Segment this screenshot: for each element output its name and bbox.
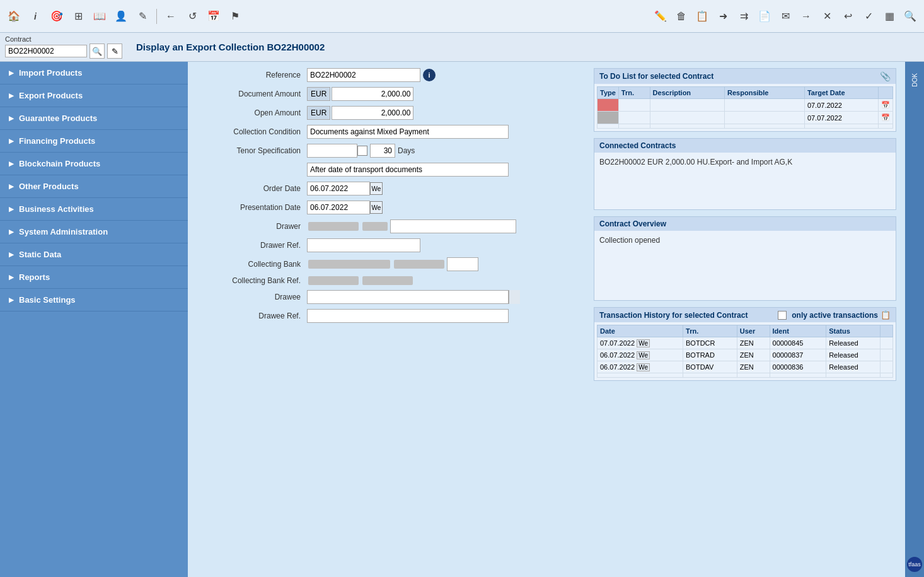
info-button[interactable]: i — [423, 69, 436, 81]
target-icon[interactable]: 🎯 — [48, 8, 66, 25]
sidebar-label-export-products: Export Products — [19, 91, 83, 100]
pencil-icon[interactable]: ✏️ — [652, 8, 669, 25]
contract-search-button[interactable]: 🔍 — [90, 44, 105, 59]
collecting-bank-ref-blurred — [308, 276, 359, 285]
dok-label[interactable]: DOK — [911, 73, 918, 87]
history-row3-user: ZEN — [737, 361, 770, 373]
copy-icon[interactable]: 📋 — [693, 8, 711, 25]
contract-overview-title: Contract Overview — [599, 219, 666, 228]
info-icon[interactable]: i — [26, 8, 44, 25]
sidebar-item-other-products[interactable]: ▶ Other Products — [0, 175, 188, 198]
arrow-right-icon[interactable]: → — [797, 8, 815, 25]
collection-condition-row: Collection Condition — [197, 125, 587, 139]
only-active-checkbox[interactable] — [778, 311, 787, 320]
drawer-row: Drawer — [197, 219, 587, 233]
toolbar-sep-1 — [156, 9, 157, 24]
search-icon[interactable]: 🔍 — [901, 8, 919, 25]
order-date-input[interactable] — [307, 182, 370, 195]
contract-overview-empty-space — [597, 247, 893, 298]
open-amount-label: Open Amount — [197, 108, 307, 117]
reference-input[interactable] — [307, 68, 420, 82]
drawee-expand-button[interactable] — [509, 290, 520, 304]
contract-edit-button[interactable]: ✎ — [107, 44, 122, 59]
merge-icon[interactable]: ⇉ — [735, 8, 753, 25]
drawee-input[interactable] — [307, 290, 509, 304]
drawer-label: Drawer — [197, 222, 307, 231]
sidebar-item-blockchain-products[interactable]: ▶ Blockchain Products — [0, 153, 188, 175]
contract-label: Contract — [5, 35, 122, 43]
drawer-value-blurred — [308, 222, 359, 231]
edit-icon[interactable]: ✎ — [134, 8, 151, 25]
book-icon[interactable]: 📖 — [91, 8, 108, 25]
undo-icon[interactable]: ↩ — [839, 8, 857, 25]
drawer-ref-input[interactable] — [307, 238, 420, 252]
home-icon[interactable]: 🏠 — [5, 8, 23, 25]
sidebar-item-export-products[interactable]: ▶ Export Products — [0, 85, 188, 107]
collecting-bank-label: Collecting Bank — [197, 260, 307, 269]
tenor-checkbox[interactable] — [357, 146, 367, 156]
todo-col-action — [879, 87, 893, 99]
forward-icon[interactable]: ➜ — [714, 8, 732, 25]
todo-col-responsible: Responsible — [725, 87, 805, 99]
open-amount-input[interactable] — [332, 106, 413, 120]
sidebar-item-financing-products[interactable]: ▶ Financing Products — [0, 130, 188, 153]
sidebar-label-static-data: Static Data — [19, 250, 61, 259]
history-row4-trn — [683, 373, 737, 378]
refresh-icon[interactable]: ↺ — [183, 8, 201, 25]
content-area: Reference i Document Amount EUR Open Amo… — [188, 62, 905, 577]
person-icon[interactable]: 👤 — [112, 8, 130, 25]
sidebar-item-reports[interactable]: ▶ Reports — [0, 266, 188, 289]
user-avatar: tfaas — [907, 557, 922, 572]
todo-row2-cal[interactable]: 📅 — [879, 112, 893, 124]
layers-icon[interactable]: ⊞ — [69, 8, 87, 25]
todo-row3-cal — [879, 124, 893, 129]
tenor-text-input[interactable] — [307, 163, 509, 177]
todo-row1-description — [650, 99, 724, 112]
sidebar-item-basic-settings[interactable]: ▶ Basic Settings — [0, 289, 188, 312]
back-icon[interactable]: ← — [162, 8, 180, 25]
todo-panel-title: To Do List for selected Contract — [599, 72, 713, 81]
toolbar-right: ✏️ 🗑 📋 ➜ ⇉ 📄 ✉ → ✕ ↩ ✓ ▦ 🔍 — [652, 8, 919, 25]
sidebar-item-system-administration[interactable]: ▶ System Administration — [0, 221, 188, 243]
attach-icon[interactable]: 📎 — [880, 71, 891, 81]
order-date-calendar-button[interactable]: We — [370, 182, 383, 195]
history-copy-icon[interactable]: 📋 — [881, 310, 891, 320]
collecting-bank-blurred2 — [394, 260, 444, 269]
tenor-spec-input[interactable] — [307, 144, 357, 158]
todo-row2-trn — [618, 112, 650, 124]
sidebar-arrow-other: ▶ — [9, 183, 14, 190]
sidebar-item-guarantee-products[interactable]: ▶ Guarantee Products — [0, 107, 188, 130]
calendar-icon[interactable]: 📅 — [205, 8, 222, 25]
todo-row3-type — [598, 124, 619, 129]
history-row3-date: 06.07.2022 We — [598, 361, 683, 373]
history-row2-cal[interactable]: We — [637, 351, 650, 359]
presentation-date-input[interactable] — [307, 201, 370, 214]
history-row1-cal[interactable]: We — [637, 339, 650, 347]
table-icon[interactable]: ▦ — [881, 8, 898, 25]
sidebar-label-financing-products: Financing Products — [19, 136, 95, 146]
document-amount-input[interactable] — [332, 87, 413, 101]
flag-icon[interactable]: ⚑ — [226, 8, 244, 25]
collecting-bank-input[interactable] — [447, 257, 478, 271]
collection-condition-input[interactable] — [307, 125, 509, 139]
trash-icon[interactable]: 🗑 — [673, 8, 690, 25]
sidebar-item-import-products[interactable]: ▶ Import Products — [0, 62, 188, 85]
drawer-input[interactable] — [390, 219, 516, 233]
history-row3-cal[interactable]: We — [637, 363, 650, 371]
transaction-history-panel: Transaction History for selected Contrac… — [594, 307, 896, 381]
sidebar-item-business-activities[interactable]: ▶ Business Activities — [0, 198, 188, 221]
connected-contracts-header: Connected Contracts — [594, 139, 896, 153]
mail-icon[interactable]: ✉ — [777, 8, 794, 25]
page-icon[interactable]: 📄 — [756, 8, 773, 25]
todo-panel-body: Type Trn. Description Responsible Target… — [594, 84, 896, 131]
drawee-ref-input[interactable] — [307, 309, 509, 323]
presentation-date-calendar-button[interactable]: We — [370, 201, 383, 214]
drawee-label: Drawee — [197, 293, 307, 301]
drawee-row: Drawee — [197, 290, 587, 304]
todo-row1-cal[interactable]: 📅 — [879, 99, 893, 112]
sidebar-item-static-data[interactable]: ▶ Static Data — [0, 243, 188, 266]
close-icon[interactable]: ✕ — [818, 8, 836, 25]
check-icon[interactable]: ✓ — [860, 8, 877, 25]
contract-input[interactable] — [5, 45, 87, 57]
tenor-days-input[interactable] — [370, 144, 395, 158]
